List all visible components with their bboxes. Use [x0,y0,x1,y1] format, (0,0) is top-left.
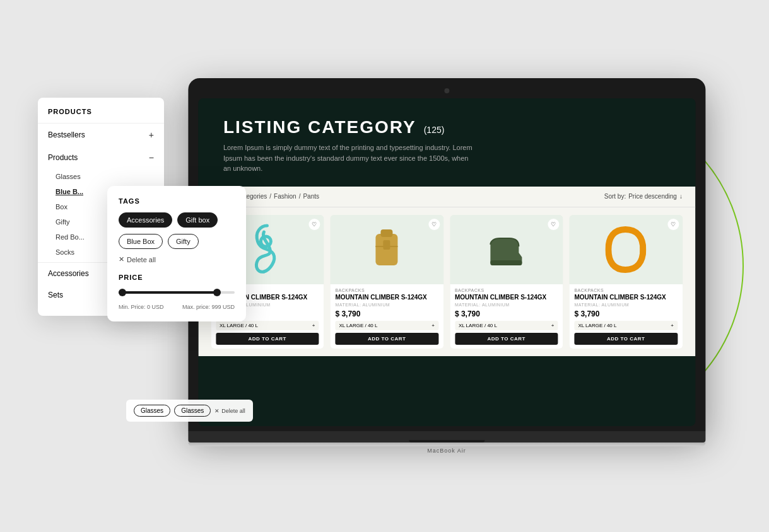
tags-outline-row: Blue Box Gifty [119,234,235,249]
tags-title: TAGS [119,197,235,205]
product-card-4: ♡ BACKPACKS MOUNTAIN CLIMBER S-124GX MAT… [569,215,683,349]
sidebar-products-label: Products [48,153,78,162]
tags-filter-popup: TAGS Accessories Gift box Blue Box Gifty… [107,186,246,321]
sort-label: Sort by: [604,193,626,200]
minus-icon: − [149,153,154,163]
wishlist-btn-3[interactable]: ♡ [548,219,559,230]
scene: LISTING CATEGORY (125) Lorem Ipsum is si… [0,0,769,532]
product-card-3: ♡ BACKPACKS MOUNTAIN CLIMBER S-124GX MAT… [450,215,563,349]
product-img-3: ♡ [450,215,563,284]
sort-value[interactable]: Price descending [628,193,677,200]
rope-knot-icon [249,223,286,276]
screen-header: LISTING CATEGORY (125) Lorem Ipsum is si… [198,98,695,187]
price-labels: Min. Price: 0 USD Max. price: 999 USD [119,304,235,310]
price-slider[interactable] [119,291,235,294]
tag-gifty[interactable]: Gifty [168,234,199,249]
price-title: PRICE [119,274,235,281]
laptop-body: LISTING CATEGORY (125) Lorem Ipsum is si… [188,78,705,431]
laptop-stand [188,442,705,446]
slider-thumb-right[interactable] [213,289,221,296]
min-price-label: Min. Price: 0 USD [119,304,164,310]
sidebar-title: PRODUCTS [38,108,164,124]
carabiner-icon [606,224,647,275]
tag-accessories[interactable]: Accessories [119,212,172,228]
filter-bar: Filters Categories / Fashion / Pants Sor… [198,187,695,207]
breadcrumb-fashion[interactable]: Fashion [274,193,296,200]
product-price-4: $ 3,790 [574,309,678,318]
size-selector-3[interactable]: XL LARGE / 40 L + [455,321,558,330]
laptop-brand-label: MacBook Air [188,448,705,454]
product-price-2: $ 3,790 [335,309,438,318]
product-img-2: ♡ [330,215,443,284]
bottom-delete-all[interactable]: ✕ Delete all [214,408,245,414]
tag-bluebox[interactable]: Blue Box [119,234,163,249]
max-price-label: Max. price: 999 USD [182,304,235,310]
laptop: LISTING CATEGORY (125) Lorem Ipsum is si… [188,78,705,454]
slider-thumb-left[interactable] [119,289,126,296]
product-category-4: BACKPACKS [574,288,678,292]
product-card-2: ♡ BACKPACKS MOUNTAIN CLIMBER S-124GX MAT… [330,215,443,349]
sidebar-sub-glasses[interactable]: Glasses [38,169,164,184]
wishlist-btn-2[interactable]: ♡ [428,219,440,230]
price-section: PRICE Min. Price: 0 USD Max. price: 999 … [119,274,235,310]
product-material-4: MATERIAL: ALUMINIUM [574,303,678,307]
svg-rect-3 [384,240,390,250]
sort-arrow[interactable]: ↓ [679,193,683,200]
plus-icon: + [149,130,154,140]
add-to-cart-3[interactable]: ADD TO CART [455,333,558,345]
delete-all-tags[interactable]: ✕ Delete all [119,255,235,263]
product-category-2: BACKPACKS [335,288,438,292]
product-info-4: BACKPACKS MOUNTAIN CLIMBER S-124GX MATER… [569,284,683,349]
product-material-2: MATERIAL: ALUMINIUM [335,303,438,307]
size-selector-2[interactable]: XL LARGE / 40 L + [335,321,438,330]
sort-bar: Sort by: Price descending ↓ [604,193,683,200]
product-info-2: BACKPACKS MOUNTAIN CLIMBER S-124GX MATER… [330,284,443,349]
product-name-4: MOUNTAIN CLIMBER S-124GX [574,294,678,301]
products-grid: ♡ BACKPACKS MOUNTAIN CLIMBER S-124GX MAT… [198,207,695,356]
tags-filled-row: Accessories Gift box [119,212,235,228]
size-selector-4[interactable]: XL LARGE / 40 L + [574,321,678,330]
add-to-cart-2[interactable]: ADD TO CART [335,333,438,345]
bottom-tag-glasses-1[interactable]: Glasses [134,405,170,417]
bottom-tag-glasses-2[interactable]: Glasses [174,405,211,417]
wishlist-btn-1[interactable]: ♡ [308,219,320,230]
product-name-2: MOUNTAIN CLIMBER S-124GX [335,294,438,301]
sidebar-sets-label: Sets [48,291,63,299]
screen-title-row: LISTING CATEGORY (125) [223,117,670,137]
sidebar-item-products[interactable]: Products − [38,146,164,169]
backpack-icon [370,224,404,275]
product-count: (125) [424,125,445,135]
svg-rect-2 [381,229,393,237]
laptop-screen: LISTING CATEGORY (125) Lorem Ipsum is si… [198,98,695,426]
breadcrumb-pants[interactable]: Pants [303,193,319,200]
wishlist-btn-4[interactable]: ♡ [667,219,679,230]
boots-icon [481,229,532,270]
screen-description: Lorem Ipsum is simply dummy text of the … [223,142,476,174]
sidebar-item-bestsellers[interactable]: Bestsellers + [38,124,164,146]
price-track [119,291,217,294]
add-to-cart-1[interactable]: ADD TO CART [216,333,319,345]
product-img-4: ♡ [569,215,683,284]
product-category-3: BACKPACKS [455,288,558,292]
sidebar-bestsellers-label: Bestsellers [48,130,85,139]
product-name-3: MOUNTAIN CLIMBER S-124GX [455,294,558,301]
sidebar-accessories-label: Accessories [48,269,89,278]
svg-rect-5 [491,260,522,265]
listing-category-title: LISTING CATEGORY [223,117,416,137]
product-info-3: BACKPACKS MOUNTAIN CLIMBER S-124GX MATER… [450,284,563,349]
product-material-3: MATERIAL: ALUMINIUM [455,303,558,307]
laptop-base [188,431,705,442]
bottom-filter-tags: Glasses Glasses ✕ Delete all [126,400,253,422]
product-price-3: $ 3,790 [455,309,558,318]
breadcrumb: Categories / Fashion / Pants [237,193,319,200]
laptop-camera [444,88,449,93]
add-to-cart-4[interactable]: ADD TO CART [574,333,678,345]
tag-giftbox[interactable]: Gift box [177,212,218,228]
size-selector-1[interactable]: XL LARGE / 40 L + [216,321,319,330]
